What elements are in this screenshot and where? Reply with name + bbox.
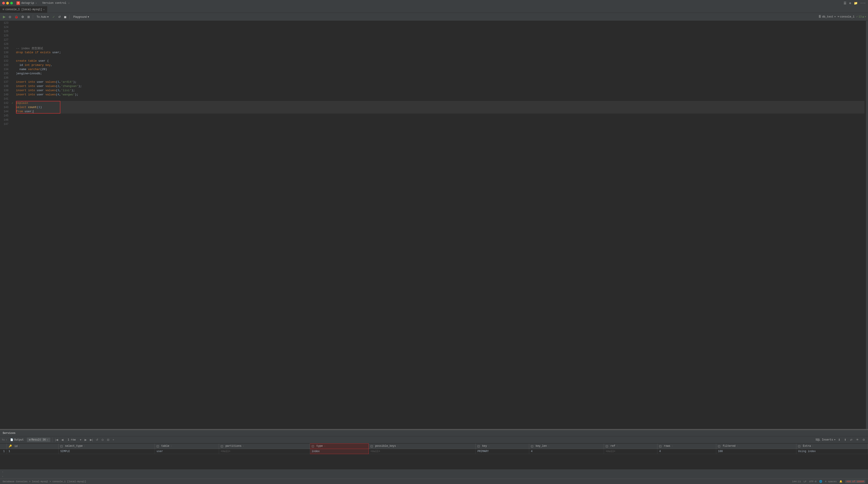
col-header-ref[interactable]: c ref : [604,444,657,449]
code-line-128[interactable] [16,42,864,46]
tab-close-icon[interactable]: ✕ [43,8,44,11]
expand-row-2[interactable]: › [2,475,4,478]
first-page-btn[interactable]: |◀ [54,438,59,442]
code-line-124[interactable] [16,25,864,29]
db-selector[interactable]: 🗄 db_test ▾ [818,15,836,19]
col-resize-handle[interactable]: : [547,445,549,447]
prev-page-btn[interactable]: ◀ [60,438,65,442]
col-resize-handle[interactable]: : [396,445,399,447]
count-up[interactable]: ▲ [863,15,864,19]
minimize-button[interactable] [6,2,9,4]
connection-selector[interactable]: ⌨ console_1 [838,15,855,19]
maximize-button[interactable] [10,2,13,4]
sql-inserts-dropdown[interactable]: SQL Inserts ▾ [816,438,836,442]
commit-button[interactable]: ✓ [51,14,56,19]
cell-table[interactable]: user [155,449,219,454]
code-line-142[interactable]: explain [16,101,864,105]
col-header-Extra[interactable]: c Extra : [796,444,868,449]
results-table-container[interactable]: 🔑 id : c select_type : c table : c parti… [0,443,868,470]
cell-type[interactable]: index [310,449,369,454]
swap-btn[interactable]: ⇄ [849,438,854,442]
col-header-key_len[interactable]: c key_len : [529,444,604,449]
refresh-btn[interactable]: ↺ [95,438,99,442]
code-line-125[interactable] [16,29,864,33]
download-btn[interactable]: ⬇ [837,438,842,442]
code-line-139[interactable]: insert into user values(3,'lisi'); [16,88,864,93]
code-line-123[interactable] [16,21,864,25]
code-line-143[interactable]: select count(1) [16,105,864,109]
vertical-scrollbar[interactable] [866,21,868,429]
rollback-button[interactable]: ↺ [57,14,62,19]
col-resize-handle[interactable]: : [323,445,326,447]
console-tab[interactable]: ⊞ console_1 [local-mysql] ✕ [0,6,48,13]
col-resize-handle[interactable]: : [670,445,673,447]
code-line-140[interactable]: insert into user values(4,'wangwu'); [16,93,864,97]
table-row[interactable]: 11SIMPLEuser<null>index<null>PRIMARY4<nu… [0,449,868,454]
settings-button[interactable]: ⚙ [20,14,25,19]
next-page-btn[interactable]: ▶ [84,438,88,442]
code-line-137[interactable]: insert into user values(1,'ar414'); [16,80,864,84]
cell-select_type[interactable]: SIMPLE [58,449,155,454]
cell-filtered[interactable]: 100 [716,449,796,454]
col-header-possible_keys[interactable]: c possible_keys : [369,444,475,449]
code-line-144[interactable]: from user; [16,109,864,114]
code-line-147[interactable] [16,122,864,126]
code-line-145[interactable] [16,114,864,118]
stop-button[interactable]: ◼ [63,14,68,19]
run-config-button[interactable]: ⊙ [7,14,12,19]
tab-output[interactable]: 📄 Output [8,438,26,442]
eye-btn[interactable]: 👁 [855,438,860,442]
upload-btn[interactable]: ⬆ [843,438,847,442]
cell-rows[interactable]: 4 [657,449,716,454]
col-header-table[interactable]: c table : [155,444,219,449]
more-icon[interactable]: ··· [860,1,866,5]
cell-ref[interactable]: <null> [604,449,657,454]
col-header-id[interactable]: 🔑 id : [7,444,58,449]
bookmark-icon[interactable]: ☰ [844,1,846,5]
rows-dropdown[interactable]: ▾ [79,438,83,442]
help-icon[interactable]: ⊙ [849,1,851,5]
add-row-btn[interactable]: + [112,438,115,442]
version-control-label[interactable]: Version control [42,2,66,5]
code-line-130[interactable]: drop table if exists user; [16,50,864,55]
code-line-136[interactable] [16,76,864,80]
cell-partitions[interactable]: <null> [219,449,310,454]
expand-icon[interactable]: › [5,439,7,441]
cell-key[interactable]: PRIMARY [475,449,529,454]
code-line-141[interactable] [16,97,864,101]
playground-button[interactable]: Playground ▾ [71,15,91,19]
close-button[interactable] [2,2,5,4]
code-line-134[interactable]: name varchar(20) [16,67,864,71]
col-header-partitions[interactable]: c partitions : [219,444,310,449]
tab-result[interactable]: ⊞ Result 36 ✕ [27,438,50,442]
code-line-131[interactable] [16,55,864,59]
tx-selector[interactable]: Tx: Auto ▾ [35,15,50,19]
col-resize-handle[interactable]: : [615,445,618,447]
cell-id[interactable]: 1 [7,449,58,454]
code-line-126[interactable] [16,33,864,38]
cell-key_len[interactable]: 4 [529,449,604,454]
result-close-icon[interactable]: ✕ [46,439,48,441]
cell-possible_keys[interactable]: <null> [369,449,475,454]
col-header-rows[interactable]: c rows : [657,444,716,449]
col-resize-handle[interactable]: : [487,445,490,447]
col-header-key[interactable]: c key : [475,444,529,449]
col-resize-handle[interactable]: : [83,445,85,447]
code-line-146[interactable] [16,118,864,122]
folder-icon[interactable]: 📁 [854,1,858,5]
last-page-btn[interactable]: ▶| [89,438,94,442]
col-resize-handle[interactable]: : [169,445,172,447]
cell-Extra[interactable]: Using index [796,449,868,454]
debug-button[interactable]: 🐞 [13,14,19,19]
code-line-132[interactable]: create table user ( [16,59,864,63]
expand-row-1[interactable]: › [2,470,4,474]
col-header-select_type[interactable]: c select_type : [58,444,155,449]
col-resize-handle[interactable]: : [736,445,738,447]
grid-button[interactable]: ⊞ [26,14,31,19]
settings-results-btn[interactable]: ⚙ [861,438,866,442]
code-editor[interactable]: -- index 类型测试drop table if exists user;c… [14,21,866,429]
code-line-127[interactable] [16,38,864,42]
code-line-135[interactable]: )engine=innodb; [16,71,864,76]
run-button[interactable]: ▶ [2,14,7,20]
count-down[interactable]: ▾ [865,15,866,19]
